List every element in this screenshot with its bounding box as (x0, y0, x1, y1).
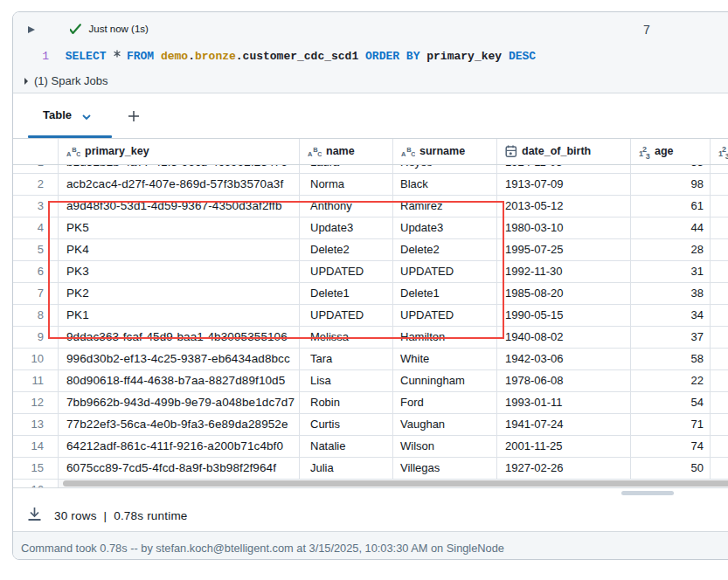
svg-text:C: C (76, 151, 80, 157)
svg-text:C: C (411, 151, 415, 157)
svg-text:A: A (401, 150, 406, 157)
svg-text:3: 3 (646, 152, 650, 160)
svg-text:A: A (66, 150, 72, 157)
svg-text:A: A (308, 150, 313, 157)
svg-text:C: C (317, 151, 322, 157)
